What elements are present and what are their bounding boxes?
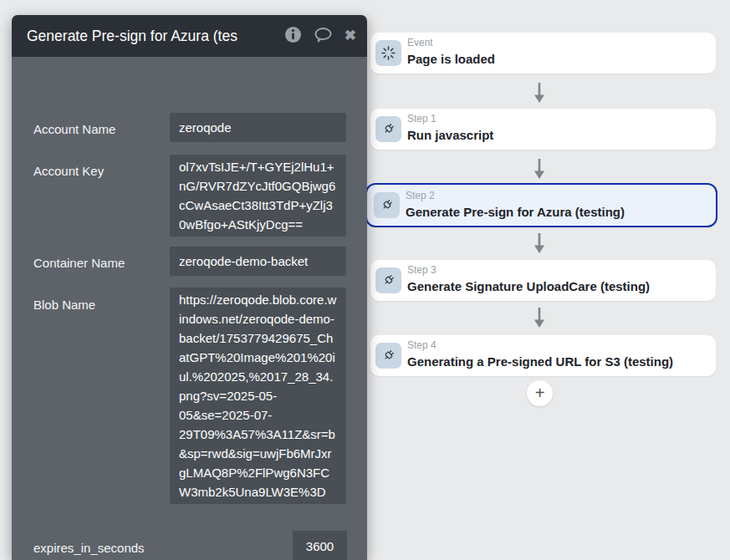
page-load-burst-icon: [375, 40, 401, 66]
panel-body: Account Name zeroqode Account Key ol7xvT…: [12, 57, 367, 560]
close-icon: ✖: [345, 28, 356, 44]
blob-name-input[interactable]: https://zeroqode.blob.core.windows.net/z…: [170, 288, 346, 504]
panel-title: Generate Pre-sign for Azura (tes: [27, 28, 273, 45]
panel-header[interactable]: Generate Pre-sign for Azura (tes: [12, 15, 367, 57]
plugin-plug-icon: [375, 343, 401, 369]
container-name-label: Container Name: [33, 255, 125, 271]
info-icon: [284, 26, 302, 46]
container-name-input[interactable]: zeroqode-demo-backet: [170, 247, 346, 276]
workflow-node-step-4[interactable]: Step 4 Generating a Pre-signed URL for S…: [370, 335, 716, 376]
workflow-node-step-2-selected[interactable]: Step 2 Generate Pre-sign for Azura (test…: [365, 183, 717, 227]
account-key-label: Account Key: [33, 163, 104, 179]
plugin-plug-icon: [374, 192, 400, 218]
node-title: Generating a Pre-signed URL for S3 (test…: [407, 354, 707, 370]
node-kind-label: Step 2: [406, 190, 707, 202]
add-action-button[interactable]: +: [527, 380, 553, 406]
comment-bubble-icon: [313, 26, 334, 47]
node-kind-label: Step 4: [407, 339, 707, 352]
expires-in-seconds-input[interactable]: 3600: [293, 531, 347, 560]
bubble-workflow-editor: Event Page is loaded Step 1 Run javascri…: [0, 0, 730, 560]
account-name-input[interactable]: zeroqode: [170, 113, 346, 142]
account-name-label: Account Name: [33, 121, 115, 137]
workflow-node-step-1[interactable]: Step 1 Run javascript: [370, 109, 716, 150]
node-title: Generate Pre-sign for Azura (testing): [406, 204, 707, 221]
node-title: Page is loaded: [407, 51, 707, 68]
info-button[interactable]: [284, 27, 302, 45]
workflow-node-step-3[interactable]: Step 3 Generate Signature UploadCare (te…: [370, 260, 716, 301]
account-key-input[interactable]: ol7xvTsIJE+/T+GYEj2lHu1+nG/RVR7dZYcJtf0G…: [170, 155, 346, 237]
comment-button[interactable]: [313, 27, 334, 45]
node-title: Generate Signature UploadCare (testing): [407, 278, 707, 295]
blob-name-label: Blob Name: [33, 297, 95, 313]
close-button[interactable]: ✖: [345, 27, 356, 45]
flow-arrow-icon: [532, 83, 547, 104]
plugin-plug-icon: [375, 267, 401, 293]
node-kind-label: Step 3: [407, 264, 707, 277]
node-title: Run javascript: [407, 127, 707, 144]
node-kind-label: Step 1: [407, 113, 707, 125]
flow-arrow-icon: [532, 159, 547, 181]
flow-arrow-icon: [532, 233, 547, 255]
node-kind-label: Event: [407, 37, 707, 49]
workflow-node-event[interactable]: Event Page is loaded: [370, 33, 716, 74]
flow-arrow-icon: [532, 308, 547, 329]
plugin-plug-icon: [375, 116, 401, 142]
action-properties-panel: Generate Pre-sign for Azura (tes: [12, 15, 367, 560]
expires-in-seconds-label: expires_in_seconds: [33, 540, 145, 556]
